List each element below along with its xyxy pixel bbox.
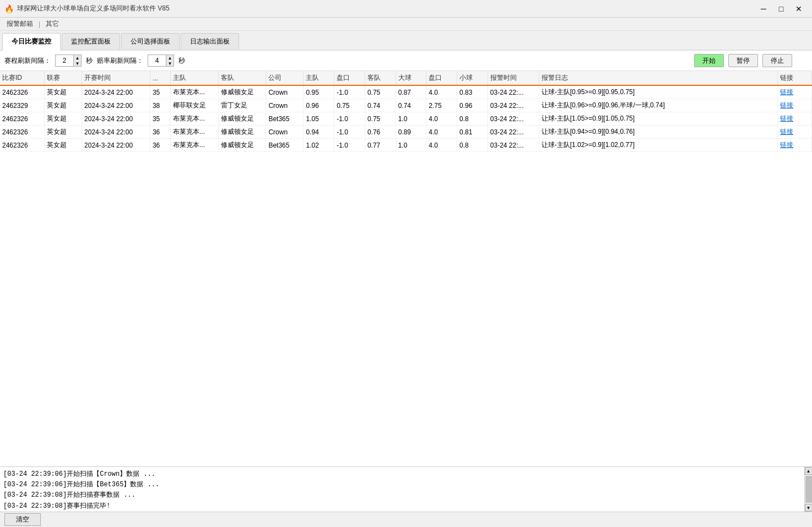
schedule-down-button[interactable]: ▼ xyxy=(73,61,81,66)
schedule-value[interactable] xyxy=(56,55,73,66)
odds-spinners: ▲ ▼ xyxy=(166,55,174,66)
cell-dots: 38 xyxy=(150,99,170,112)
menu-separator: | xyxy=(37,20,41,28)
log-line: [03-24 22:39:08]开始扫描赛事数据 ... xyxy=(3,490,801,501)
cell-home: 布莱克本... xyxy=(171,112,219,126)
table-area: 比赛ID 联赛 开赛时间 ... 主队 客队 公司 主队 盘口 客队 大球 盘口… xyxy=(0,71,812,466)
odds-down-button[interactable]: ▼ xyxy=(166,61,174,66)
menu-other[interactable]: 其它 xyxy=(41,18,63,30)
table-header-row: 比赛ID 联赛 开赛时间 ... 主队 客队 公司 主队 盘口 客队 大球 盘口… xyxy=(0,71,812,85)
cell-homeOdds: 1.05 xyxy=(304,112,334,126)
table-body: 2462326英女超2024-3-24 22:0035布莱克本...修威顿女足C… xyxy=(0,85,812,152)
start-button[interactable]: 开始 xyxy=(694,54,724,67)
header-home-odds: 主队 xyxy=(304,71,334,85)
cell-alertTime: 03-24 22:... xyxy=(488,126,539,139)
window-controls: ─ □ ✕ xyxy=(755,1,808,17)
cell-small: 0.8 xyxy=(457,112,488,126)
cell-dots: 36 xyxy=(150,139,170,152)
cell-dots: 36 xyxy=(150,126,170,139)
cell-awayOdds: 0.77 xyxy=(365,139,396,152)
odds-unit: 秒 xyxy=(178,56,185,66)
close-button[interactable]: ✕ xyxy=(790,1,808,17)
cell-alertLog: 让球-主队[0.94>=0.9][0.94,0.76] xyxy=(539,126,777,139)
cell-link[interactable]: 链接 xyxy=(778,99,812,112)
cell-alertLog: 让球-主队[1.05>=0.9][1.05,0.75] xyxy=(539,112,777,126)
scrollbar-up-button[interactable]: ▲ xyxy=(805,467,813,475)
cell-small: 0.8 xyxy=(457,139,488,152)
cell-alertLog: 让球-主队[0.95>=0.9][0.95,0.75] xyxy=(539,85,777,99)
tab-log[interactable]: 日志输出面板 xyxy=(181,33,239,50)
header-alert-time: 报警时间 xyxy=(488,71,539,85)
cell-away: 修威顿女足 xyxy=(218,112,266,126)
maximize-button[interactable]: □ xyxy=(772,1,790,17)
log-line: [03-24 22:39:08]赛事扫描完毕! xyxy=(3,501,801,512)
cell-time: 2024-3-24 22:00 xyxy=(82,85,150,99)
cell-small: 0.96 xyxy=(457,99,488,112)
cell-homeOdds: 1.02 xyxy=(304,139,334,152)
cell-handicap2: 4.0 xyxy=(426,126,457,139)
cell-company: Crown xyxy=(266,85,304,99)
schedule-interval-input: ▲ ▼ xyxy=(55,55,82,67)
cell-handicap2: 2.75 xyxy=(426,99,457,112)
cell-league: 英女超 xyxy=(44,99,82,112)
tab-company[interactable]: 公司选择面板 xyxy=(121,33,180,50)
cell-link[interactable]: 链接 xyxy=(778,112,812,126)
cell-company: Bet365 xyxy=(266,112,304,126)
cell-company: Crown xyxy=(266,126,304,139)
odds-up-button[interactable]: ▲ xyxy=(166,55,174,61)
cell-link[interactable]: 链接 xyxy=(778,139,812,152)
log-line: [03-24 22:39:06]开始扫描【Crown】数据 ... xyxy=(3,469,801,480)
cell-alertLog: 让球-主队[0.96>=0.9][0.96,半球/一球,0.74] xyxy=(539,99,777,112)
pause-button[interactable]: 暂停 xyxy=(728,54,758,67)
cell-handicap: -1.0 xyxy=(334,112,365,126)
menu-email[interactable]: 报警邮箱 xyxy=(2,18,37,30)
cell-awayOdds: 0.74 xyxy=(365,99,396,112)
cell-big: 0.89 xyxy=(396,126,426,139)
cell-league: 英女超 xyxy=(44,112,82,126)
odds-label: 赔率刷新间隔： xyxy=(97,56,143,66)
cell-home: 布莱克本... xyxy=(171,85,219,99)
cell-dots: 35 xyxy=(150,85,170,99)
log-scrollbar: ▲ ▼ xyxy=(804,467,812,512)
log-clear-button[interactable]: 清空 xyxy=(4,513,41,526)
cell-time: 2024-3-24 22:00 xyxy=(82,126,150,139)
table-row: 2462326英女超2024-3-24 22:0036布莱克本...修威顿女足C… xyxy=(0,126,812,139)
stop-button[interactable]: 停止 xyxy=(762,54,792,67)
cell-id: 2462326 xyxy=(0,139,44,152)
log-content: [03-24 22:39:06]开始扫描【Crown】数据 ...[03-24 … xyxy=(0,467,804,512)
log-line: [03-24 22:39:06]开始扫描【Bet365】数据 ... xyxy=(3,480,801,490)
table-row: 2462326英女超2024-3-24 22:0036布莱克本...修威顿女足B… xyxy=(0,139,812,152)
header-small: 小球 xyxy=(457,71,488,85)
header-handicap: 盘口 xyxy=(334,71,365,85)
minimize-button[interactable]: ─ xyxy=(755,1,772,17)
schedule-up-button[interactable]: ▲ xyxy=(73,55,81,61)
cell-link[interactable]: 链接 xyxy=(778,126,812,139)
cell-small: 0.83 xyxy=(457,85,488,99)
cell-away: 修威顿女足 xyxy=(218,126,266,139)
odds-value[interactable] xyxy=(148,55,166,66)
main-table: 比赛ID 联赛 开赛时间 ... 主队 客队 公司 主队 盘口 客队 大球 盘口… xyxy=(0,71,812,152)
cell-link[interactable]: 链接 xyxy=(778,85,812,99)
cell-big: 1.0 xyxy=(396,139,426,152)
tab-config[interactable]: 监控配置面板 xyxy=(62,33,120,50)
header-away: 客队 xyxy=(218,71,266,85)
tab-today[interactable]: 今日比赛监控 xyxy=(2,33,61,51)
cell-homeOdds: 0.95 xyxy=(304,85,334,99)
header-home: 主队 xyxy=(171,71,219,85)
header-company: 公司 xyxy=(266,71,304,85)
cell-alertLog: 让球-主队[1.02>=0.9][1.02,0.77] xyxy=(539,139,777,152)
log-footer: 清空 xyxy=(0,512,812,527)
cell-awayOdds: 0.75 xyxy=(365,85,396,99)
cell-away: 修威顿女足 xyxy=(218,85,266,99)
scrollbar-down-button[interactable]: ▼ xyxy=(805,504,813,512)
cell-handicap2: 4.0 xyxy=(426,139,457,152)
cell-alertTime: 03-24 22:... xyxy=(488,99,539,112)
header-link: 链接 xyxy=(778,71,812,85)
cell-alertTime: 03-24 22:... xyxy=(488,139,539,152)
header-handicap2: 盘口 xyxy=(426,71,457,85)
header-big: 大球 xyxy=(396,71,426,85)
cell-id: 2462326 xyxy=(0,85,44,99)
title-text: 球探网让球大小球单场自定义多场同时看水软件 V85 xyxy=(17,4,755,13)
tab-bar: 今日比赛监控 监控配置面板 公司选择面板 日志输出面板 xyxy=(0,31,812,51)
cell-company: Bet365 xyxy=(266,139,304,152)
